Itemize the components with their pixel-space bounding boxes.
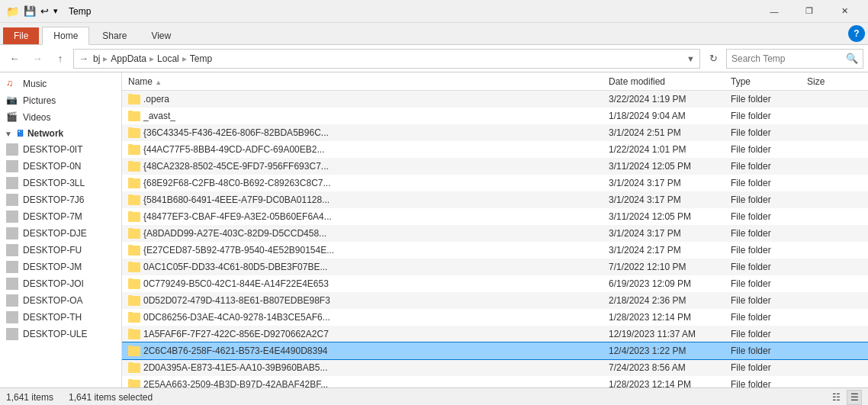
file-name-cell: 0DC86256-D3AE-4CA0-9278-14B3CE5AF6... xyxy=(125,312,606,323)
breadcrumb-path: bj ▸ AppData ▸ Local ▸ Temp xyxy=(93,53,212,64)
status-right: ☷ ☰ xyxy=(828,390,862,405)
sidebar-network-header[interactable]: ▼ 🖥 Network xyxy=(0,126,121,141)
sidebar-item-desktop-7m[interactable]: DESKTOP-7M xyxy=(0,208,121,225)
table-row[interactable]: {5841B680-6491-4EEE-A7F9-DC0BA01128... 3… xyxy=(122,191,868,208)
main-container: ♫ Music 📷 Pictures 🎬 Videos ▼ 🖥 Network … xyxy=(0,72,868,387)
sidebar-item-desktop-dje[interactable]: DESKTOP-DJE xyxy=(0,225,121,242)
table-row[interactable]: 0D52D072-479D-4113-8E61-B807EDBE98F3 2/1… xyxy=(122,292,868,309)
computer-icon xyxy=(6,177,18,189)
file-name-cell: {5841B680-6491-4EEE-A7F9-DC0BA01128... xyxy=(125,194,606,205)
col-size-header[interactable]: Size xyxy=(804,76,865,87)
sidebar-item-desktop-7j6[interactable]: DESKTOP-7J6 xyxy=(0,191,121,208)
file-name-cell: {68E92F68-C2FB-48C0-B692-C89263C8C7... xyxy=(125,178,606,188)
file-modified-cell: 2/18/2024 2:36 PM xyxy=(606,295,728,306)
table-row[interactable]: {36C43345-F436-42E6-806F-82BDA5B96C... 3… xyxy=(122,124,868,141)
network-children: DESKTOP-0ITDESKTOP-0NDESKTOP-3LLDESKTOP-… xyxy=(0,141,121,342)
col-modified-header[interactable]: Date modified xyxy=(606,76,728,87)
sidebar-item-desktop-jm[interactable]: DESKTOP-JM xyxy=(0,259,121,275)
file-name-cell: 2E5AA663-2509-4B3D-B97D-42ABAF42BF... xyxy=(125,379,606,387)
refresh-button[interactable]: ↻ xyxy=(703,49,723,69)
table-row[interactable]: 0DC86256-D3AE-4CA0-9278-14B3CE5AF6... 1/… xyxy=(122,309,868,326)
quick-save[interactable]: 💾 xyxy=(24,5,36,17)
table-row[interactable]: 0AC1C05F-DD33-4C61-80D5-DBE3F07BE... 7/1… xyxy=(122,259,868,275)
folder-icon xyxy=(128,363,140,373)
folder-icon xyxy=(128,329,140,339)
tab-home[interactable]: Home xyxy=(42,27,89,45)
computer-icon xyxy=(6,143,18,156)
file-name-cell: 2D0A395A-E873-41E5-AA10-39B960BAB5... xyxy=(125,362,606,373)
table-row[interactable]: 1A5FAF6F-7F27-422C-856E-D9270662A2C7 12/… xyxy=(122,326,868,342)
back-button[interactable]: ← xyxy=(5,49,24,69)
sidebar-item-videos[interactable]: 🎬 Videos xyxy=(0,109,121,126)
sidebar-item-pictures[interactable]: 📷 Pictures xyxy=(0,92,121,109)
file-type-cell: File folder xyxy=(728,111,804,121)
file-pane: Name ▲ Date modified Type Size .opera 3/… xyxy=(122,72,868,387)
table-row[interactable]: 2E5AA663-2509-4B3D-B97D-42ABAF42BF... 1/… xyxy=(122,376,868,387)
file-type-cell: File folder xyxy=(728,329,804,339)
breadcrumb-item-local[interactable]: Local xyxy=(157,53,179,64)
table-row[interactable]: {48477EF3-CBAF-4FE9-A3E2-05B60EF6A4... 3… xyxy=(122,208,868,225)
table-row[interactable]: {A8DADD99-A27E-403C-82D9-D5CCD458... 3/1… xyxy=(122,225,868,242)
sidebar-item-desktop-th[interactable]: DESKTOP-TH xyxy=(0,309,121,326)
table-row[interactable]: {68E92F68-C2FB-48C0-B692-C89263C8C7... 3… xyxy=(122,175,868,191)
breadcrumb-dropdown-icon[interactable]: ▼ xyxy=(686,54,695,63)
table-row[interactable]: 0C779249-B5C0-42C1-844E-A14F22E4E653 6/1… xyxy=(122,275,868,292)
file-modified-cell: 7/24/2023 8:56 AM xyxy=(606,362,728,373)
folder-icon xyxy=(128,145,140,155)
sidebar-item-music[interactable]: ♫ Music xyxy=(0,76,121,92)
file-type-cell: File folder xyxy=(728,245,804,256)
search-box[interactable]: 🔍 xyxy=(726,49,863,69)
file-type-cell: File folder xyxy=(728,178,804,188)
list-view-button[interactable]: ☰ xyxy=(847,390,862,405)
sidebar-item-desktop-3ll[interactable]: DESKTOP-3LL xyxy=(0,175,121,191)
search-input[interactable] xyxy=(731,53,846,64)
ribbon-tab-bar: File Home Share View ? xyxy=(0,23,868,44)
computer-icon xyxy=(6,227,18,239)
file-type-cell: File folder xyxy=(728,94,804,104)
tab-file[interactable]: File xyxy=(3,27,39,44)
file-modified-cell: 3/11/2024 12:05 PM xyxy=(606,161,728,172)
item-count: 1,641 items xyxy=(6,392,53,403)
help-button[interactable]: ? xyxy=(848,25,865,42)
col-name-header[interactable]: Name ▲ xyxy=(125,76,606,87)
details-view-button[interactable]: ☷ xyxy=(828,390,844,405)
breadcrumb-item-appdata[interactable]: AppData xyxy=(111,53,146,64)
file-modified-cell: 6/19/2023 12:09 PM xyxy=(606,278,728,289)
table-row[interactable]: 2C6C4B76-258F-4621-B573-E4E4490D8394 12/… xyxy=(122,342,868,359)
window-controls: — ❐ ✕ xyxy=(757,0,862,23)
folder-icon xyxy=(128,162,140,172)
breadcrumb[interactable]: → bj ▸ AppData ▸ Local ▸ Temp ▼ xyxy=(73,49,700,69)
table-row[interactable]: _avast_ 1/18/2024 9:04 AM File folder xyxy=(122,108,868,124)
tab-view[interactable]: View xyxy=(140,27,182,44)
title-bar-dropdown[interactable]: ▾ xyxy=(53,6,58,16)
network-icon: 🖥 xyxy=(15,128,24,139)
table-row[interactable]: {48CA2328-8502-45CE-9FD7-956FF693C7... 3… xyxy=(122,158,868,175)
breadcrumb-item-temp[interactable]: Temp xyxy=(190,53,212,64)
sidebar-item-desktop-oa[interactable]: DESKTOP-OA xyxy=(0,292,121,309)
minimize-button[interactable]: — xyxy=(757,0,792,23)
up-button[interactable]: ↑ xyxy=(50,49,70,69)
table-row[interactable]: {44AC77F5-8BB4-49CD-ADFC-69A00EB2... 1/2… xyxy=(122,141,868,158)
table-row[interactable]: .opera 3/22/2024 1:19 PM File folder xyxy=(122,91,868,108)
computer-icon xyxy=(6,244,18,256)
search-icon[interactable]: 🔍 xyxy=(846,53,858,64)
table-row[interactable]: 2D0A395A-E873-41E5-AA10-39B960BAB5... 7/… xyxy=(122,359,868,376)
sidebar-item-desktop-fu[interactable]: DESKTOP-FU xyxy=(0,242,121,259)
music-icon: ♫ xyxy=(6,78,18,90)
breadcrumb-item-bj[interactable]: bj xyxy=(93,53,100,64)
sidebar-item-desktop-ule[interactable]: DESKTOP-ULE xyxy=(0,326,121,342)
sidebar-item-desktop-0n[interactable]: DESKTOP-0N xyxy=(0,158,121,175)
quick-undo[interactable]: ↩ xyxy=(40,5,49,17)
file-type-cell: File folder xyxy=(728,211,804,222)
sidebar-item-desktop-joi[interactable]: DESKTOP-JOI xyxy=(0,275,121,292)
file-modified-cell: 3/1/2024 3:17 PM xyxy=(606,194,728,205)
forward-button[interactable]: → xyxy=(27,49,47,69)
close-button[interactable]: ✕ xyxy=(827,0,862,23)
file-type-cell: File folder xyxy=(728,194,804,205)
col-type-header[interactable]: Type xyxy=(728,76,804,87)
restore-button[interactable]: ❐ xyxy=(792,0,827,23)
table-row[interactable]: {E27CED87-5B92-477B-9540-4E52B90154E... … xyxy=(122,242,868,259)
pictures-icon: 📷 xyxy=(6,95,18,107)
tab-share[interactable]: Share xyxy=(91,27,138,44)
sidebar-item-desktop-0it[interactable]: DESKTOP-0IT xyxy=(0,141,121,158)
